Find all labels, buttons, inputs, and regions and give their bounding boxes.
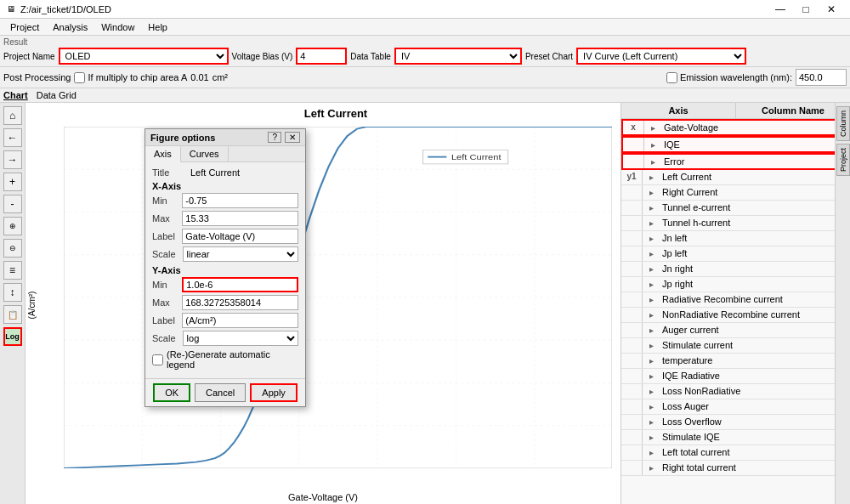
emission-wavelength-label[interactable]: Emission wavelength (nm):: [666, 72, 792, 83]
right-panel-row[interactable]: y1▸Left Current: [621, 170, 850, 185]
chip-area-checkbox-label[interactable]: If multiply to chip area A: [74, 72, 187, 83]
col-header-name: Column Name: [736, 103, 850, 118]
maximize-button[interactable]: □: [794, 2, 818, 17]
right-panel-row[interactable]: ▸IQE Radiative: [621, 369, 850, 384]
data-table-select[interactable]: IV: [394, 48, 522, 65]
menu-help[interactable]: Help: [141, 20, 174, 34]
right-panel-row[interactable]: ▸temperature: [621, 354, 850, 369]
dialog-xlabel-input[interactable]: [182, 229, 298, 244]
dialog-ymax-input[interactable]: [182, 295, 298, 310]
right-panel-row[interactable]: ▸Loss NonRadiative: [621, 384, 850, 399]
dialog-xmax-input[interactable]: [182, 211, 298, 226]
cursor-button[interactable]: ≡: [3, 261, 22, 280]
right-panel-row[interactable]: x▸Gate-Voltage: [621, 119, 850, 136]
right-panel-row[interactable]: ▸Jp left: [621, 246, 850, 262]
dialog-xscale-select[interactable]: linear log: [183, 246, 298, 262]
dialog-apply-button[interactable]: Apply: [250, 383, 298, 402]
app-icon: 🖥: [7, 4, 15, 14]
zoom-y-button[interactable]: ⊖: [3, 239, 22, 258]
close-button[interactable]: ✕: [819, 2, 843, 17]
row-dot-cell: ▸: [643, 461, 660, 475]
data-grid-tab[interactable]: Data Grid: [37, 90, 76, 100]
zoom-in-button[interactable]: +: [3, 173, 22, 191]
menu-window[interactable]: Window: [94, 20, 141, 34]
post-processing-row: Post Processing If multiply to chip area…: [0, 67, 850, 88]
dialog-ok-button[interactable]: OK: [153, 383, 190, 402]
menu-project[interactable]: Project: [3, 20, 46, 34]
right-panel-row[interactable]: ▸Stimulate current: [621, 338, 850, 354]
voltage-bias-input[interactable]: [296, 48, 347, 65]
fit-button[interactable]: ↕: [3, 283, 22, 302]
window-controls: — □ ✕: [768, 2, 843, 17]
right-panel-row[interactable]: ▸Loss Auger: [621, 399, 850, 415]
row-dot-cell: ▸: [643, 384, 660, 399]
zoom-out-button[interactable]: -: [3, 195, 22, 213]
zoom-x-button[interactable]: ⊕: [3, 217, 22, 235]
row-name-cell: Stimulate current: [660, 338, 850, 353]
right-panel-row[interactable]: ▸Right Current: [621, 185, 850, 201]
dialog-title-bar[interactable]: Figure options ? ✕: [145, 129, 305, 146]
row-axis-cell: [621, 201, 643, 215]
right-panel-row[interactable]: ▸Error: [621, 153, 850, 170]
minimize-button[interactable]: —: [768, 2, 792, 17]
dialog-axis-title-value: Left Current: [190, 167, 298, 178]
row-axis-cell: [621, 461, 643, 475]
dialog-ylabel-input[interactable]: [182, 313, 298, 328]
chip-area-checkbox[interactable]: [74, 72, 85, 83]
dialog-ymin-label: Min: [152, 280, 182, 290]
dialog-yscale-select[interactable]: log linear: [183, 331, 298, 346]
emission-value-input[interactable]: [796, 69, 847, 86]
row-dot-cell: ▸: [644, 138, 661, 151]
right-panel-row[interactable]: ▸IQE: [621, 136, 850, 153]
right-panel-row[interactable]: ▸Jp right: [621, 277, 850, 292]
pan-right-button[interactable]: →: [3, 150, 22, 169]
row-axis-cell: [621, 399, 643, 414]
chart-tab[interactable]: Chart: [3, 90, 28, 100]
regen-legend-checkbox[interactable]: [152, 354, 163, 365]
emission-checkbox[interactable]: [666, 72, 677, 83]
right-panel-row[interactable]: ▸Stimulate IQE: [621, 430, 850, 445]
home-button[interactable]: ⌂: [3, 106, 22, 125]
column-tab[interactable]: Column: [836, 106, 850, 141]
row-name-cell: Right Current: [660, 185, 850, 200]
dialog-close-button[interactable]: ✕: [285, 132, 300, 143]
log-button[interactable]: Log: [3, 327, 22, 346]
svg-text:Left Current: Left Current: [451, 153, 502, 161]
row-name-cell: Left Current: [660, 170, 850, 184]
pan-left-button[interactable]: ←: [3, 128, 22, 147]
preset-chart-select[interactable]: IV Curve (Left Current): [576, 48, 746, 65]
menu-analysis[interactable]: Analysis: [46, 20, 94, 34]
row-axis-cell: [621, 323, 643, 337]
dialog-xmax-label: Max: [152, 213, 182, 224]
right-panel-row[interactable]: ▸Radiative Recombine current: [621, 292, 850, 308]
copy-button[interactable]: 📋: [3, 305, 22, 324]
row-axis-cell: [621, 277, 643, 292]
preset-chart-label: Preset Chart: [525, 52, 573, 61]
dialog-xlabel-label: Label: [152, 231, 182, 241]
figure-options-dialog: Figure options ? ✕ Axis Curves Title Lef…: [144, 128, 306, 407]
row-axis-cell: [621, 292, 643, 307]
row-name-cell: Auger current: [660, 323, 850, 337]
dialog-xmin-label: Min: [152, 195, 182, 206]
right-panel-row[interactable]: ▸Tunnel h-current: [621, 216, 850, 231]
right-panel-row[interactable]: ▸Tunnel e-current: [621, 201, 850, 216]
dialog-tab-curves[interactable]: Curves: [181, 146, 229, 161]
dialog-xmin-input[interactable]: [182, 193, 298, 208]
row-axis-cell: [621, 445, 643, 460]
right-panel-row[interactable]: ▸Jn left: [621, 231, 850, 246]
row-dot-cell: ▸: [643, 415, 660, 429]
project-tab[interactable]: Project: [836, 144, 850, 176]
right-panel-row[interactable]: ▸Right total current: [621, 461, 850, 476]
dialog-ymax-label: Max: [152, 297, 182, 308]
dialog-help-button[interactable]: ?: [268, 132, 281, 143]
right-panel-row[interactable]: ▸Jn right: [621, 262, 850, 277]
project-name-select[interactable]: OLED: [59, 48, 229, 65]
dialog-tab-axis[interactable]: Axis: [145, 146, 181, 162]
right-panel-row[interactable]: ▸Left total current: [621, 445, 850, 461]
right-panel-row[interactable]: ▸NonRadiative Recombine current: [621, 308, 850, 323]
dialog-cancel-button[interactable]: Cancel: [195, 383, 246, 402]
dialog-ymin-input[interactable]: [182, 277, 298, 292]
row-axis-cell: [623, 138, 644, 151]
right-panel-row[interactable]: ▸Loss Overflow: [621, 415, 850, 430]
right-panel-row[interactable]: ▸Auger current: [621, 323, 850, 338]
